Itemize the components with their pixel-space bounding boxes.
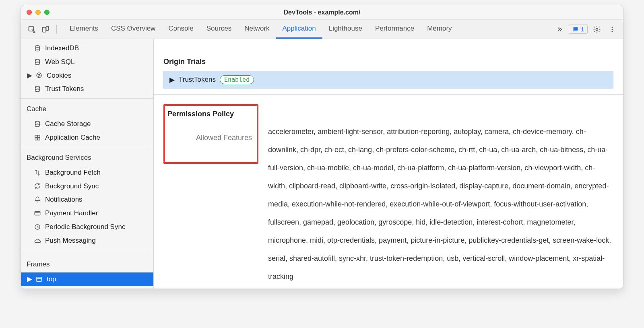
svg-point-13 [40,76,41,76]
svg-point-3 [596,28,598,30]
traffic-lights [27,10,50,15]
tab-elements[interactable]: Elements [63,20,105,39]
sidebar-item-payment-handler[interactable]: Payment Handler [21,206,153,220]
sidebar-group-cache: Cache Cache StorageApplication Cache [21,99,153,147]
origin-trial-name: TrustTokens [179,76,216,84]
svg-point-4 [612,27,613,28]
sidebar-group-storage: IndexedDBWeb SQL▶CookiesTrust Tokens [21,39,153,99]
issues-count: 1 [581,26,584,33]
kebab-menu-icon[interactable] [606,23,618,35]
window-close-button[interactable] [27,10,32,15]
window-minimize-button[interactable] [35,10,41,15]
permissions-policy-highlight: Permissions Policy Allowed Features [163,104,258,164]
sidebar-header-cache: Cache [21,101,153,117]
sidebar-group-background-services: Background Services Background FetchBack… [21,147,153,250]
card-icon [34,210,41,217]
sync-icon [34,182,41,190]
window-zoom-button[interactable] [44,10,50,15]
svg-point-8 [35,59,40,61]
sidebar-item-label: Trust Tokens [45,84,84,94]
db-icon [34,85,41,93]
sidebar-item-label: Background Sync [45,182,99,191]
caret-right-icon: ▶ [27,71,31,80]
toolbar: ElementsCSS OverviewConsoleSourcesNetwor… [21,20,623,39]
svg-point-7 [35,45,40,47]
origin-trials-title: Origin Trials [163,58,613,66]
toolbar-separator [56,25,57,34]
cookie-icon [35,72,43,79]
tab-application[interactable]: Application [276,20,322,39]
sidebar-item-label: Application Cache [45,133,100,142]
svg-rect-19 [38,138,40,140]
tab-css-overview[interactable]: CSS Overview [105,20,162,39]
allowed-features-list: accelerometer, ambient-light-sensor, att… [268,104,613,286]
sidebar-item-application-cache[interactable]: Application Cache [21,131,153,144]
sidebar-header-bgservices: Background Services [21,150,153,166]
sidebar-item-background-sync[interactable]: Background Sync [21,179,153,193]
settings-gear-icon[interactable] [591,23,603,35]
bell-icon [34,196,41,203]
svg-point-15 [35,121,40,123]
svg-point-12 [38,76,39,77]
more-tabs-icon[interactable] [553,23,566,35]
sidebar-item-label: top [47,274,56,284]
sidebar-item-label: Background Fetch [45,168,101,177]
permissions-policy-section: Permissions Policy Allowed Features acce… [154,104,623,289]
sidebar-item-background-fetch[interactable]: Background Fetch [21,166,153,179]
sidebar-item-label: IndexedDB [45,43,79,53]
sidebar: IndexedDBWeb SQL▶CookiesTrust Tokens Cac… [21,39,154,289]
svg-rect-16 [35,135,37,137]
origin-trial-row[interactable]: ▶ TrustTokens Enabled [163,71,613,89]
sidebar-item-periodic-background-sync[interactable]: Periodic Background Sync [21,220,153,234]
tab-performance[interactable]: Performance [369,20,421,39]
sidebar-group-frames: Frames ▶top [21,254,153,289]
tab-memory[interactable]: Memory [421,20,458,39]
svg-point-14 [35,87,40,89]
tab-network[interactable]: Network [238,20,276,39]
svg-point-6 [612,31,613,32]
db-icon [34,120,41,128]
sidebar-item-cache-storage[interactable]: Cache Storage [21,117,153,131]
svg-rect-17 [38,135,40,137]
sidebar-item-trust-tokens[interactable]: Trust Tokens [21,82,153,96]
section-divider [154,94,623,95]
caret-right-icon: ▶ [169,76,175,84]
sidebar-item-push-messaging[interactable]: Push Messaging [21,234,153,248]
tab-lighthouse[interactable]: Lighthouse [322,20,369,39]
window-title: DevTools - example.com/ [21,9,623,16]
inspect-element-icon[interactable] [26,23,38,35]
frame-icon [35,276,43,283]
svg-rect-18 [35,138,37,140]
sidebar-item-label: Cookies [47,71,71,80]
titlebar: DevTools - example.com/ [21,5,623,20]
sidebar-item-web-sql[interactable]: Web SQL [21,55,153,69]
tab-sources[interactable]: Sources [200,20,238,39]
svg-point-5 [612,29,613,30]
sidebar-header-frames: Frames [21,256,153,272]
sidebar-item-notifications[interactable]: Notifications [21,193,153,206]
content-pane: Origin Trials ▶ TrustTokens Enabled Perm… [154,39,623,289]
allowed-features-label: Allowed Features [196,134,252,142]
svg-point-9 [37,73,41,78]
sidebar-item-top[interactable]: ▶top [21,272,153,286]
origin-trials-section: Origin Trials ▶ TrustTokens Enabled [154,51,623,89]
sidebar-item-label: Cache Storage [45,119,91,129]
svg-rect-20 [35,212,40,215]
sidebar-item-indexeddb[interactable]: IndexedDB [21,41,153,55]
sidebar-item-cookies[interactable]: ▶Cookies [21,69,153,83]
tab-console[interactable]: Console [162,20,200,39]
svg-rect-1 [43,27,46,32]
device-toolbar-icon[interactable] [39,23,52,35]
caret-right-icon: ▶ [27,274,31,284]
sidebar-item-label: Payment Handler [45,208,98,218]
db-icon [34,58,41,66]
svg-point-11 [39,74,40,75]
cloud-icon [34,237,41,244]
origin-trial-status-pill: Enabled [220,75,254,84]
sidebar-item-label: Periodic Background Sync [45,222,125,232]
svg-rect-2 [46,26,49,30]
sidebar-item-label: Push Messaging [45,236,96,245]
clock-icon [34,223,41,231]
panel-tabs: ElementsCSS OverviewConsoleSourcesNetwor… [63,20,552,39]
issues-badge[interactable]: 1 [569,25,588,34]
